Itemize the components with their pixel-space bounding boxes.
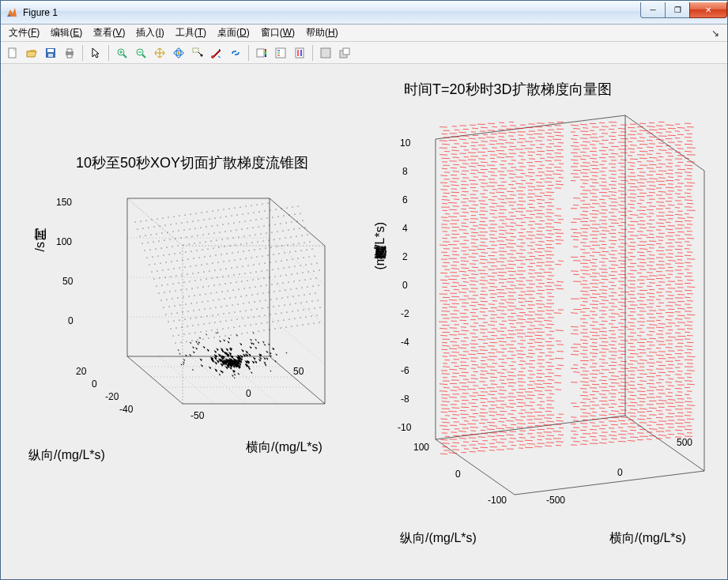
new-file-icon[interactable] [4,44,21,62]
svg-line-1639 [658,261,665,262]
brush-icon[interactable] [208,44,225,62]
zoom-in-icon[interactable] [113,44,130,62]
svg-line-1712 [647,273,653,273]
svg-point-96 [281,209,282,209]
pan-icon[interactable] [151,44,168,62]
svg-point-95 [276,209,277,210]
svg-point-228 [194,258,194,259]
svg-line-2061 [675,318,682,319]
svg-line-2637 [440,419,447,420]
svg-line-1227 [546,213,554,213]
titlebar[interactable]: Figure 1 ─ ❐ ✕ [1,1,727,24]
dock-icon[interactable] [317,44,334,62]
svg-line-1167 [462,212,469,213]
svg-point-140 [198,235,198,236]
axes-left[interactable] [72,175,341,443]
open-file-icon[interactable] [23,44,40,62]
svg-line-2099 [534,335,542,336]
svg-line-1575 [508,264,516,265]
dock-indicator-icon[interactable]: ↘ [707,26,724,40]
svg-point-437 [216,307,217,308]
svg-line-1033 [602,182,607,183]
svg-point-358 [258,279,259,280]
svg-point-524 [240,326,240,327]
svg-line-1075 [510,195,516,196]
svg-point-311 [162,285,163,286]
menu-insert[interactable]: 插入(I) [131,24,168,41]
svg-line-2178 [592,343,597,344]
svg-line-1124 [519,201,526,201]
svg-point-93 [265,211,266,212]
svg-line-1028 [537,186,545,186]
insert-colorbar-icon[interactable] [253,44,270,62]
svg-point-293 [226,269,227,269]
svg-point-77 [176,224,177,224]
svg-line-1362 [647,224,652,224]
zoom-out-icon[interactable] [132,44,149,62]
menu-view[interactable]: 查看(V) [89,24,130,41]
svg-line-1571 [472,267,478,268]
svg-point-210 [258,242,258,243]
svg-line-2661 [442,422,450,423]
svg-point-237 [243,251,244,252]
svg-line-1785 [620,284,628,285]
svg-line-2852 [538,439,542,440]
svg-line-1303 [554,222,561,223]
menu-tools[interactable]: 工具(T) [171,24,211,41]
rotate3d-icon[interactable] [170,44,187,62]
axes-right[interactable] [404,107,716,518]
svg-point-520 [217,330,218,330]
svg-line-2872 [480,447,488,448]
tick: 0 [68,315,74,326]
svg-line-1663 [647,266,653,266]
svg-line-1293 [459,230,466,231]
svg-line-2486 [658,379,664,380]
minimize-button[interactable]: ─ [640,2,666,18]
svg-point-109 [190,229,190,230]
save-file-icon[interactable] [42,44,59,62]
menu-window[interactable]: 窗口(W) [256,24,300,41]
svg-line-1190 [441,217,447,218]
svg-point-363 [286,275,287,276]
print-icon[interactable] [61,44,78,62]
menu-help[interactable]: 帮助(H) [301,24,343,41]
svg-line-2866 [675,430,682,431]
svg-point-129 [300,213,301,214]
svg-line-2303 [590,360,595,361]
svg-line-1117 [453,206,459,207]
svg-line-876 [583,163,590,164]
svg-line-2912 [618,441,626,442]
menu-file[interactable]: 文件(F) [4,24,44,41]
svg-point-436 [210,308,211,309]
menu-desktop[interactable]: 桌面(D) [213,24,255,41]
svg-line-746 [580,145,587,146]
svg-line-1492 [668,239,675,240]
close-button[interactable]: ✕ [689,2,727,18]
svg-line-2162 [685,332,690,333]
figure-canvas[interactable]: 10秒至50秒XOY切面扩散梯度流锥图 [1,64,727,579]
svg-line-1233 [630,208,635,209]
svg-line-1854 [580,298,588,299]
svg-line-584 [537,123,545,124]
menu-edit[interactable]: 编辑(E) [46,24,87,41]
svg-point-522 [228,328,229,329]
svg-line-2391 [439,384,447,385]
link-icon[interactable] [227,44,244,62]
svg-line-1614 [647,258,654,259]
svg-line-1229 [592,210,599,211]
svg-point-271 [268,255,269,256]
svg-line-600 [571,125,579,126]
svg-line-1183 [630,201,636,201]
svg-line-1383 [602,231,609,232]
undock-icon[interactable] [336,44,353,62]
svg-line-1924 [538,311,545,311]
colorbar-icon[interactable] [291,44,308,62]
pointer-icon[interactable] [87,44,104,62]
svg-line-2803 [571,431,576,431]
insert-legend-icon[interactable] [272,44,289,62]
maximize-button[interactable]: ❐ [665,2,690,18]
data-cursor-icon[interactable] [189,44,206,62]
svg-point-509 [309,309,310,310]
svg-line-905 [609,164,616,164]
svg-line-941 [450,182,457,183]
